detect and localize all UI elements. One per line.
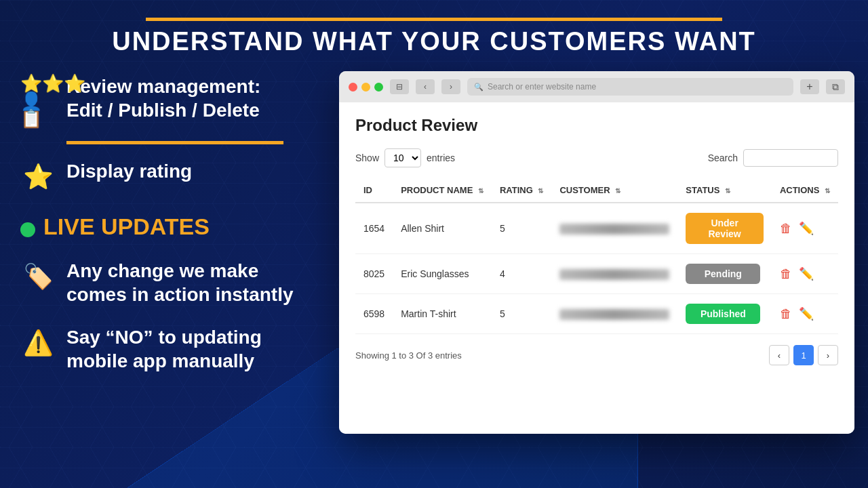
traffic-light-green[interactable] (374, 83, 383, 92)
display-rating-icon: ⭐ (20, 159, 56, 195)
table-controls: Show 10 25 50 entries Search (355, 148, 838, 167)
entries-info: Showing 1 to 3 Of 3 entries (355, 350, 462, 361)
search-input[interactable] (743, 149, 838, 167)
table-row: 8025 Eric Sunglasses 4 customer@gmail.co… (355, 254, 838, 294)
cell-product-name: Martin T-shirt (393, 294, 492, 334)
back-button[interactable]: ‹ (416, 79, 435, 94)
live-updates-section: LIVE UPDATES (20, 214, 319, 248)
cell-actions: 🗑 ✏️ (772, 294, 838, 334)
col-actions: ACTIONS ⇅ (772, 178, 838, 203)
live-updates-label: LIVE UPDATES (43, 214, 210, 240)
table-footer: Showing 1 to 3 Of 3 entries ‹ 1 › (355, 345, 838, 365)
sidebar-toggle-button[interactable]: ⊟ (390, 79, 409, 94)
action-buttons: 🗑 ✏️ (780, 306, 830, 321)
pagination: ‹ 1 › (769, 345, 838, 365)
action-buttons: 🗑 ✏️ (780, 221, 830, 236)
live-action-text: Any change we make comes in action insta… (66, 259, 294, 306)
show-entries-control: Show 10 25 50 entries (355, 148, 455, 167)
cell-rating: 5 (492, 294, 551, 334)
cell-rating: 4 (492, 254, 551, 294)
customer-email: customer@gmail.com (559, 309, 669, 320)
table-body: 1654 Allen Shirt 5 customer@gmail.com Un… (355, 203, 838, 334)
traffic-light-red[interactable] (349, 83, 357, 92)
edit-button[interactable]: ✏️ (799, 266, 814, 281)
separator-line (66, 141, 283, 144)
review-management-text: Review management: Edit / Publish / Dele… (66, 75, 260, 122)
delete-button[interactable]: 🗑 (780, 222, 792, 236)
entries-select[interactable]: 10 25 50 (384, 148, 421, 167)
feature-display-rating: ⭐ Display rating (20, 159, 319, 195)
entries-label: entries (427, 152, 455, 163)
cell-id: 8025 (355, 254, 393, 294)
review-management-icon: ⭐⭐⭐ 👤📋 (20, 75, 56, 110)
no-update-icon: ⚠️ (20, 325, 56, 361)
customer-email: customer@gmail.com (559, 269, 669, 280)
delete-button[interactable]: 🗑 (780, 267, 792, 281)
edit-button[interactable]: ✏️ (799, 221, 814, 236)
browser-toolbar: ⊟ ‹ › 🔍 Search or enter website name + ⧉ (339, 71, 854, 102)
feature-no-update: ⚠️ Say “NO” to updating mobile app manua… (20, 325, 319, 373)
prev-page-button[interactable]: ‹ (769, 345, 789, 365)
search-label: Search (708, 152, 738, 163)
display-rating-text: Display rating (66, 159, 192, 183)
search-control: Search (708, 149, 838, 167)
feature-review-management: ⭐⭐⭐ 👤📋 Review management: Edit / Publish… (20, 75, 319, 122)
show-label: Show (355, 152, 379, 163)
cell-actions: 🗑 ✏️ (772, 254, 838, 294)
table-header: ID PRODUCT NAME ⇅ RATING ⇅ CUSTOMER ⇅ ST… (355, 178, 838, 203)
product-review-heading: Product Review (355, 116, 838, 135)
cell-id: 6598 (355, 294, 393, 334)
col-customer: CUSTOMER ⇅ (551, 178, 677, 203)
customer-email: customer@gmail.com (559, 224, 669, 235)
url-placeholder: Search or enter website name (488, 82, 596, 92)
title-underline (146, 18, 722, 21)
duplicate-tab-button[interactable]: ⧉ (826, 79, 845, 94)
cell-status: Pending (677, 254, 772, 294)
cell-product-name: Eric Sunglasses (393, 254, 492, 294)
cell-customer: customer@gmail.com (551, 294, 677, 334)
status-badge: Published (686, 304, 760, 324)
cell-rating: 5 (492, 203, 551, 254)
new-tab-button[interactable]: + (800, 79, 819, 94)
traffic-lights (349, 83, 383, 92)
url-bar[interactable]: 🔍 Search or enter website name (467, 78, 793, 96)
col-product-name: PRODUCT NAME ⇅ (393, 178, 492, 203)
status-badge: Pending (686, 264, 760, 284)
forward-button[interactable]: › (441, 79, 460, 94)
cell-customer: customer@gmail.com (551, 203, 677, 254)
cell-actions: 🗑 ✏️ (772, 203, 838, 254)
main-title: UNDERSTAND WHAT YOUR CUSTOMERS WANT (0, 27, 868, 56)
page-1-button[interactable]: 1 (793, 345, 814, 365)
action-buttons: 🗑 ✏️ (780, 266, 830, 281)
browser-content: Product Review Show 10 25 50 entries Sea… (339, 102, 854, 434)
cell-status: Published (677, 294, 772, 334)
table-row: 6598 Martin T-shirt 5 customer@gmail.com… (355, 294, 838, 334)
cell-product-name: Allen Shirt (393, 203, 492, 254)
next-page-button[interactable]: › (818, 345, 838, 365)
cell-customer: customer@gmail.com (551, 254, 677, 294)
status-badge: Under Review (686, 213, 764, 244)
review-table: ID PRODUCT NAME ⇅ RATING ⇅ CUSTOMER ⇅ ST… (355, 178, 838, 334)
col-status: STATUS ⇅ (677, 178, 772, 203)
feature-live-action: 🏷️ Any change we make comes in action in… (20, 259, 319, 306)
live-dot (20, 222, 35, 237)
browser-window: ⊟ ‹ › 🔍 Search or enter website name + ⧉… (339, 71, 854, 434)
cell-id: 1654 (355, 203, 393, 254)
cell-status: Under Review (677, 203, 772, 254)
delete-button[interactable]: 🗑 (780, 307, 792, 321)
no-update-text: Say “NO” to updating mobile app manually (66, 325, 262, 373)
traffic-light-yellow[interactable] (361, 83, 370, 92)
table-row: 1654 Allen Shirt 5 customer@gmail.com Un… (355, 203, 838, 254)
edit-button[interactable]: ✏️ (799, 306, 814, 321)
col-rating: RATING ⇅ (492, 178, 551, 203)
action-icon: 🏷️ (20, 259, 56, 294)
col-id: ID (355, 178, 393, 203)
